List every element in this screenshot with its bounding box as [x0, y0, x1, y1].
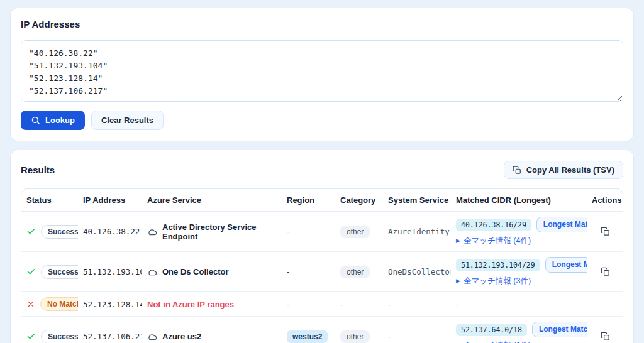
status-badge: No Match: [40, 297, 78, 311]
cidr-cell: -: [451, 292, 587, 317]
results-header: Results Copy All Results (TSV): [21, 161, 623, 179]
clear-results-button[interactable]: Clear Results: [91, 111, 164, 130]
results-table: Status IP Address Azure Service Region C…: [21, 189, 623, 343]
ip-addresses-textarea[interactable]: "40.126.38.22" "51.132.193.104" "52.123.…: [21, 40, 623, 102]
table-header-row: Status IP Address Azure Service Region C…: [21, 189, 623, 212]
clear-results-label: Clear Results: [101, 116, 153, 125]
system-service-cell: AzureIdentity: [383, 212, 451, 252]
ip-address-cell: 51.132.193.104: [78, 252, 142, 292]
column-header-ip-address: IP Address: [78, 189, 142, 212]
system-service-cell: -: [383, 317, 451, 343]
no-match-error-text: Not in Azure IP ranges: [147, 300, 234, 309]
copy-icon: [513, 166, 521, 175]
category-badge: other: [340, 266, 370, 278]
region-cell: -: [282, 252, 335, 292]
cidr-badge: 51.132.193.104/29: [456, 259, 540, 271]
status-badge: Success: [41, 265, 78, 279]
results-card: Results Copy All Results (TSV) Status IP…: [10, 150, 634, 343]
column-header-system-service: System Service: [383, 189, 451, 212]
table-row: Success 40.126.38.22 Active Directory Se…: [21, 212, 623, 252]
azure-service-name: Active Directory Service Endpoint: [162, 222, 277, 241]
system-service-cell: OneDsCollector: [383, 252, 451, 292]
category-cell: -: [335, 292, 383, 317]
longest-match-badge: Longest Match (2件中): [532, 322, 587, 337]
category-badge: other: [340, 330, 370, 343]
cidr-badge: 52.137.64.0/18: [456, 324, 527, 336]
status-badge: Success: [41, 225, 78, 239]
all-matches-label: 全マッチ情報 (2件): [464, 340, 531, 343]
longest-match-badge: Longest Match (3件中): [545, 257, 587, 273]
ip-addresses-title: IP Addresses: [21, 19, 623, 30]
column-header-status: Status: [21, 189, 78, 212]
check-icon: [26, 332, 36, 341]
system-service-cell: -: [383, 292, 451, 317]
cloud-icon: [147, 227, 157, 237]
all-matches-label: 全マッチ情報 (4件): [464, 236, 531, 246]
ip-address-cell: 52.123.128.14: [78, 292, 142, 317]
cloud-icon: [147, 267, 157, 277]
azure-service-name: One Ds Collector: [162, 267, 228, 276]
triangle-icon: ▶: [456, 278, 460, 284]
lookup-button-label: Lookup: [45, 116, 75, 125]
region-badge: westus2: [287, 330, 328, 343]
all-matches-link[interactable]: ▶ 全マッチ情報 (4件): [456, 236, 582, 246]
column-header-matched-cidr: Matched CIDR (Longest): [451, 189, 587, 212]
all-matches-link[interactable]: ▶ 全マッチ情報 (3件): [456, 276, 582, 286]
all-matches-link[interactable]: ▶ 全マッチ情報 (2件): [456, 340, 582, 343]
longest-match-badge: Longest Match (4件中): [536, 217, 587, 232]
table-row: Success 52.137.106.217 Azure us2 westus2: [21, 317, 623, 343]
input-actions: Lookup Clear Results: [21, 111, 623, 130]
azure-service-name: Azure us2: [162, 332, 201, 341]
results-title: Results: [21, 165, 55, 175]
ip-address-cell: 52.137.106.217: [78, 317, 142, 343]
results-table-wrap: Status IP Address Azure Service Region C…: [21, 188, 623, 343]
copy-all-results-label: Copy All Results (TSV): [526, 165, 614, 175]
triangle-icon: ▶: [456, 238, 460, 244]
column-header-actions: Actions: [587, 189, 623, 212]
column-header-azure-service: Azure Service: [142, 189, 282, 212]
cloud-icon: [147, 332, 157, 342]
copy-row-button[interactable]: [599, 330, 611, 342]
category-badge: other: [340, 226, 370, 238]
table-row: Success 51.132.193.104 One Ds Collector …: [21, 252, 623, 292]
ip-address-cell: 40.126.38.22: [78, 212, 142, 252]
ip-input-card: IP Addresses "40.126.38.22" "51.132.193.…: [10, 8, 634, 141]
copy-all-results-button[interactable]: Copy All Results (TSV): [504, 161, 623, 179]
column-header-region: Region: [282, 189, 335, 212]
check-icon: [26, 227, 36, 236]
copy-row-button[interactable]: [599, 266, 611, 278]
column-header-category: Category: [335, 189, 383, 212]
region-cell: -: [282, 292, 335, 317]
lookup-button[interactable]: Lookup: [21, 111, 85, 130]
x-icon: [26, 300, 35, 308]
region-cell: -: [282, 212, 335, 252]
check-icon: [26, 267, 36, 276]
cidr-badge: 40.126.38.16/29: [456, 219, 531, 231]
copy-row-button[interactable]: [599, 226, 611, 237]
table-row: No Match 52.123.128.14 Not in Azure IP r…: [21, 292, 623, 317]
magnifier-icon: [31, 116, 40, 125]
all-matches-label: 全マッチ情報 (3件): [464, 276, 531, 286]
status-badge: Success: [41, 330, 78, 343]
